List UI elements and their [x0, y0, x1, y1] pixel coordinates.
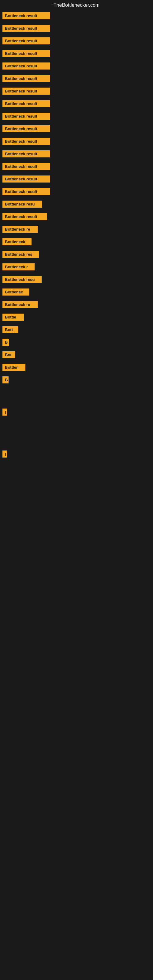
bottleneck-result-bar: Bottleneck result	[2, 150, 50, 158]
bar-row: Bottleneck result	[0, 186, 153, 198]
bottleneck-result-bar: Bottleneck re	[2, 301, 38, 308]
bar-row: Bottleneck result	[0, 35, 153, 48]
bottleneck-result-bar: Bottleneck result	[2, 88, 50, 95]
bottleneck-result-bar: Bottlenec	[2, 288, 29, 296]
bar-row: B	[0, 337, 153, 349]
bar-row: Bottleneck result	[0, 161, 153, 173]
site-title: TheBottlenecker.com	[0, 0, 153, 10]
bar-row: Bottleneck result	[0, 136, 153, 148]
bar-row: Bottlen	[0, 362, 153, 374]
bottleneck-result-bar: Bottlen	[2, 364, 26, 371]
bottleneck-result-bar: B	[2, 339, 9, 346]
bar-row: Bottleneck r	[0, 261, 153, 274]
bottleneck-result-bar: Bottleneck result	[2, 113, 50, 120]
bar-row: |	[0, 449, 153, 461]
bottleneck-result-bar: Bottleneck result	[2, 188, 50, 195]
bottleneck-result-bar: Bottleneck result	[2, 125, 50, 132]
bottleneck-result-bar: Bott	[2, 326, 18, 333]
bottleneck-result-bar: Bottleneck re	[2, 226, 38, 233]
bar-row: Bottleneck result	[0, 111, 153, 123]
bar-row	[0, 419, 153, 428]
bar-row: |	[0, 407, 153, 418]
bottleneck-result-bar: Bottleneck result	[2, 163, 50, 170]
bottleneck-result-bar: Bottleneck result	[2, 12, 50, 19]
bar-row: Bottleneck result	[0, 48, 153, 60]
bottleneck-result-bar: Bottleneck result	[2, 37, 50, 45]
bar-row: Bottleneck result	[0, 60, 153, 73]
bar-row: Bottleneck re	[0, 299, 153, 311]
bottleneck-result-bar: |	[2, 409, 7, 415]
bar-row: Bottleneck result	[0, 86, 153, 98]
bar-row: Bottleneck resu	[0, 274, 153, 286]
bar-row: Bottleneck result	[0, 23, 153, 35]
bar-row	[0, 439, 153, 448]
bar-row: Bottlenec	[0, 286, 153, 299]
bar-row: Bottleneck resu	[0, 199, 153, 211]
bar-row: Bottleneck result	[0, 173, 153, 186]
bar-row: Bottleneck result	[0, 123, 153, 135]
bottleneck-result-bar: Bottleneck r	[2, 263, 35, 270]
bottleneck-result-bar: B	[2, 376, 9, 383]
bottleneck-result-bar: Bottleneck res	[2, 251, 39, 258]
bar-row: Bottleneck	[0, 236, 153, 248]
bottleneck-result-bar: Bottleneck result	[2, 175, 50, 183]
bottleneck-result-bar: Bottleneck result	[2, 138, 50, 145]
bar-row: Bottle	[0, 312, 153, 324]
bar-row: Bottleneck res	[0, 249, 153, 261]
bar-row: Bott	[0, 324, 153, 336]
bar-row: Bottleneck result	[0, 211, 153, 223]
bottleneck-result-bar: Bottleneck	[2, 238, 32, 245]
bottleneck-result-bar: |	[2, 450, 7, 458]
bar-row: Bottleneck result	[0, 73, 153, 85]
bar-row	[0, 429, 153, 438]
bar-row: Bottleneck re	[0, 224, 153, 236]
bottleneck-result-bar: Bot	[2, 351, 15, 358]
bottleneck-result-bar: Bottleneck resu	[2, 200, 42, 208]
bottleneck-result-bar: Bottle	[2, 313, 24, 321]
bottleneck-result-bar: Bottleneck resu	[2, 276, 41, 283]
bar-row: B	[0, 375, 153, 387]
bar-row	[0, 387, 153, 396]
bottleneck-result-bar: Bottleneck result	[2, 213, 47, 220]
bottleneck-result-bar: Bottleneck result	[2, 25, 50, 32]
bars-container: Bottleneck resultBottleneck resultBottle…	[0, 10, 153, 461]
bottleneck-result-bar: Bottleneck result	[2, 75, 50, 82]
bar-row: Bot	[0, 350, 153, 361]
bottleneck-result-bar: Bottleneck result	[2, 100, 50, 107]
bar-row: Bottleneck result	[0, 98, 153, 110]
bar-row	[0, 397, 153, 406]
bottleneck-result-bar: Bottleneck result	[2, 62, 50, 70]
bar-row: Bottleneck result	[0, 148, 153, 161]
bottleneck-result-bar: Bottleneck result	[2, 50, 50, 57]
bar-row: Bottleneck result	[0, 10, 153, 22]
